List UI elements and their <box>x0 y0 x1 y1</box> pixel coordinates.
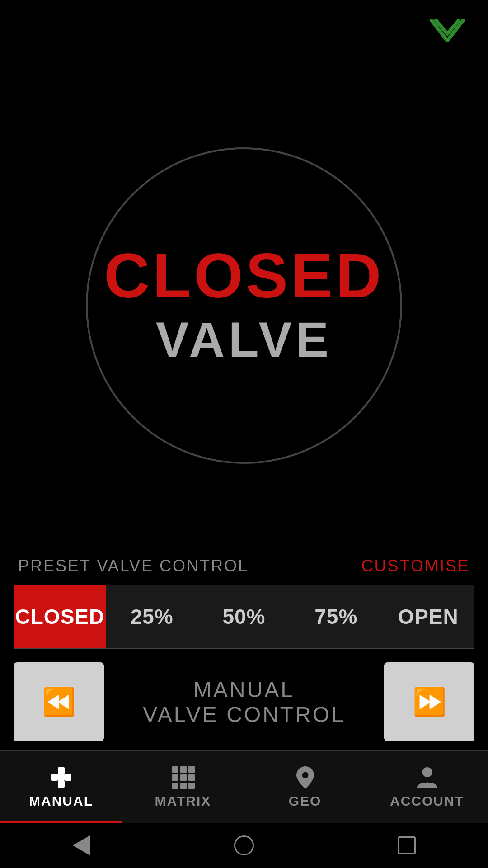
nav-label-matrix: MATRIX <box>155 793 211 809</box>
valve-status: CLOSED <box>104 244 384 307</box>
svg-point-15 <box>422 767 432 777</box>
nav-item-manual[interactable]: MANUAL <box>0 751 122 823</box>
preset-btn-open[interactable]: OPEN <box>382 585 474 648</box>
nav-item-geo[interactable]: GEO <box>244 751 366 823</box>
svg-rect-3 <box>65 774 71 781</box>
svg-rect-5 <box>172 766 178 773</box>
svg-rect-9 <box>180 774 187 781</box>
system-recents-button[interactable] <box>393 832 420 859</box>
svg-rect-13 <box>188 783 195 789</box>
rewind-icon: ⏪ <box>42 686 76 718</box>
top-bar <box>0 0 488 54</box>
preset-btn-75[interactable]: 75% <box>290 585 382 648</box>
location-icon <box>293 765 318 790</box>
system-back-button[interactable] <box>68 832 95 859</box>
system-nav <box>0 823 488 868</box>
logo-icon <box>429 18 465 45</box>
preset-buttons: CLOSED 25% 50% 75% OPEN <box>14 585 474 649</box>
bottom-nav: MANUAL MATRIX GEO ACCOUNT <box>0 750 488 823</box>
svg-rect-4 <box>58 774 65 781</box>
valve-label: VALVE <box>156 312 332 367</box>
recents-icon <box>398 836 416 854</box>
control-section: PRESET VALVE CONTROL CUSTOMISE CLOSED 25… <box>0 557 488 750</box>
svg-rect-7 <box>188 766 195 773</box>
svg-point-14 <box>302 772 308 778</box>
nav-item-matrix[interactable]: MATRIX <box>122 751 244 823</box>
manual-back-button[interactable]: ⏪ <box>14 662 104 741</box>
system-home-button[interactable] <box>230 832 258 859</box>
preset-btn-closed[interactable]: CLOSED <box>14 585 106 648</box>
grid-icon <box>171 765 196 790</box>
preset-btn-50[interactable]: 50% <box>198 585 291 648</box>
svg-rect-6 <box>180 766 187 773</box>
manual-title-line2: VALVE CONTROL <box>113 702 375 727</box>
svg-rect-12 <box>180 783 187 789</box>
valve-display: CLOSED VALVE <box>0 54 488 557</box>
preset-header: PRESET VALVE CONTROL CUSTOMISE <box>14 557 474 576</box>
gamepad-icon <box>49 765 74 790</box>
person-icon <box>415 765 440 790</box>
manual-title-line1: MANUAL <box>113 677 375 702</box>
svg-rect-1 <box>58 781 65 788</box>
manual-control: ⏪ MANUAL VALVE CONTROL ⏩ <box>14 662 474 741</box>
customise-button[interactable]: CUSTOMISE <box>361 557 470 576</box>
svg-rect-2 <box>51 774 58 781</box>
svg-rect-10 <box>188 774 195 781</box>
nav-item-account[interactable]: ACCOUNT <box>366 751 488 823</box>
manual-forward-button[interactable]: ⏩ <box>384 662 474 741</box>
home-icon <box>234 835 254 855</box>
preset-btn-25[interactable]: 25% <box>106 585 198 648</box>
nav-label-geo: GEO <box>289 793 322 809</box>
nav-label-account: ACCOUNT <box>390 793 464 809</box>
svg-rect-0 <box>58 767 65 774</box>
preset-title: PRESET VALVE CONTROL <box>18 557 249 576</box>
valve-circle: CLOSED VALVE <box>86 147 402 464</box>
svg-rect-8 <box>172 774 178 781</box>
back-icon <box>73 835 90 855</box>
manual-label: MANUAL VALVE CONTROL <box>113 677 375 727</box>
svg-rect-11 <box>172 783 178 789</box>
nav-label-manual: MANUAL <box>29 793 93 809</box>
fast-forward-icon: ⏩ <box>413 686 446 718</box>
